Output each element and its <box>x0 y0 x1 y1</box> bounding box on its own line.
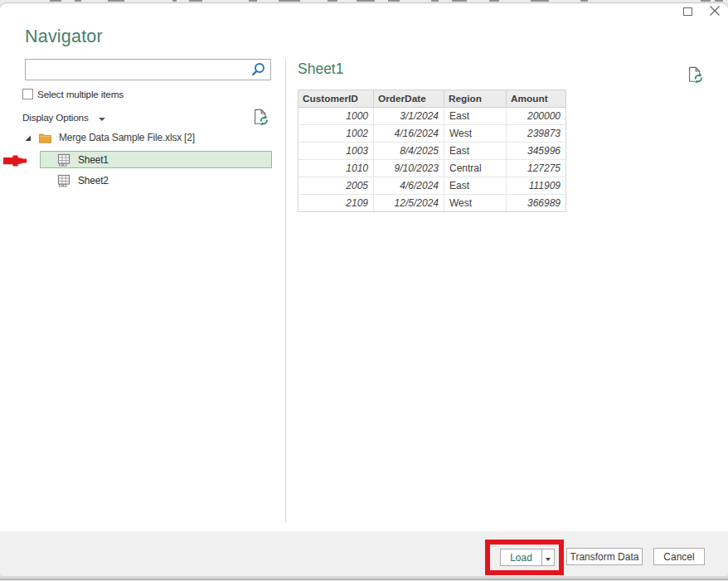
tree-item-sheet2-label: Sheet2 <box>78 175 109 186</box>
column-header[interactable]: Amount <box>507 90 566 108</box>
table-cell: 1000 <box>298 108 374 125</box>
display-options-label: Display Options <box>22 112 89 123</box>
navigator-dialog-screen: { "window": { "maximize_label": "maximiz… <box>0 0 728 581</box>
table-cell: 239873 <box>507 125 566 143</box>
table-cell: East <box>444 108 507 125</box>
table-cell: 111909 <box>507 177 566 195</box>
table-cell: West <box>444 195 507 212</box>
close-button[interactable] <box>705 3 725 20</box>
tree-item-sheet1-label: Sheet1 <box>78 154 109 166</box>
table-cell: 1010 <box>298 160 374 177</box>
display-options-row[interactable]: Display Options <box>22 111 271 126</box>
table-cell: 127275 <box>507 160 566 177</box>
annotation-rectangle: Load <box>485 540 564 575</box>
annotation-arrow <box>2 155 27 167</box>
column-header[interactable]: CustomerID <box>298 90 374 108</box>
table-cell: 2109 <box>298 195 374 212</box>
table-row: 20054/6/2024East111909 <box>298 177 566 195</box>
table-cell: East <box>444 143 507 160</box>
table-cell: 4/6/2024 <box>374 177 444 195</box>
search-input[interactable] <box>26 60 251 80</box>
table-cell: 1003 <box>298 143 374 160</box>
preview-title: Sheet1 <box>298 61 343 78</box>
tree-item-sheet1[interactable]: Sheet1 <box>40 151 272 168</box>
maximize-button[interactable] <box>678 4 696 19</box>
load-dropdown-caret-icon <box>546 558 551 561</box>
tree-expander-icon[interactable] <box>25 135 32 142</box>
background-app-sliver-bottom <box>0 576 728 581</box>
navigator-dialog: Navigator Select multiple items Display … <box>0 2 728 576</box>
column-header[interactable]: OrderDate <box>374 90 444 108</box>
refresh-preview-icon[interactable] <box>254 109 269 125</box>
table-cell: 4/16/2024 <box>374 125 444 143</box>
table-cell: 3/1/2024 <box>374 108 444 125</box>
display-options-caret-icon <box>99 118 105 121</box>
select-multiple-checkbox[interactable] <box>22 89 33 99</box>
table-cell: 2005 <box>298 177 374 195</box>
table-cell: 8/4/2025 <box>374 143 444 160</box>
footer-bar: Load Transform Data Cancel <box>0 531 728 576</box>
table-cell: 200000 <box>507 108 566 125</box>
titlebar <box>0 3 728 25</box>
table-cell: 366989 <box>507 195 566 212</box>
table-cell: 9/10/2023 <box>374 160 444 177</box>
refresh-preview-icon[interactable] <box>688 66 703 83</box>
preview-table-header: CustomerIDOrderDateRegionAmount <box>298 90 566 108</box>
table-cell: 345996 <box>507 143 566 160</box>
folder-icon <box>39 133 51 143</box>
table-cell: Central <box>444 160 507 177</box>
column-header[interactable]: Region <box>444 90 507 108</box>
load-button[interactable]: Load <box>500 549 541 566</box>
tree-item-sheet2[interactable]: Sheet2 <box>40 172 272 189</box>
transform-data-button[interactable]: Transform Data <box>566 548 643 565</box>
load-dropdown-button[interactable] <box>541 549 555 566</box>
table-row: 10003/1/2024East200000 <box>298 108 566 125</box>
search-box <box>25 59 271 80</box>
panel-divider <box>285 59 286 522</box>
table-cell: 1002 <box>298 125 374 143</box>
tree-item-workbook-label: Merge Data Sample File.xlsx [2] <box>59 132 195 143</box>
table-row: 210912/5/2024West366989 <box>298 195 566 212</box>
maximize-icon <box>683 7 692 16</box>
table-row: 10038/4/2025East345996 <box>298 143 566 160</box>
table-row: 10109/10/2023Central127275 <box>298 160 566 177</box>
search-icon[interactable] <box>250 62 265 77</box>
table-cell: East <box>444 177 507 195</box>
table-cell: 12/5/2024 <box>374 195 444 212</box>
dialog-title: Navigator <box>25 27 103 47</box>
table-row: 10024/16/2024West239873 <box>298 125 566 143</box>
preview-table: CustomerIDOrderDateRegionAmount 10003/1/… <box>298 90 566 212</box>
tree-item-workbook[interactable]: Merge Data Sample File.xlsx [2] <box>0 129 285 147</box>
cancel-button[interactable]: Cancel <box>653 548 705 565</box>
worksheet-icon <box>57 174 71 188</box>
close-icon <box>709 5 721 17</box>
worksheet-icon <box>57 153 71 167</box>
table-cell: West <box>444 125 507 143</box>
select-multiple-label: Select multiple items <box>37 89 124 100</box>
